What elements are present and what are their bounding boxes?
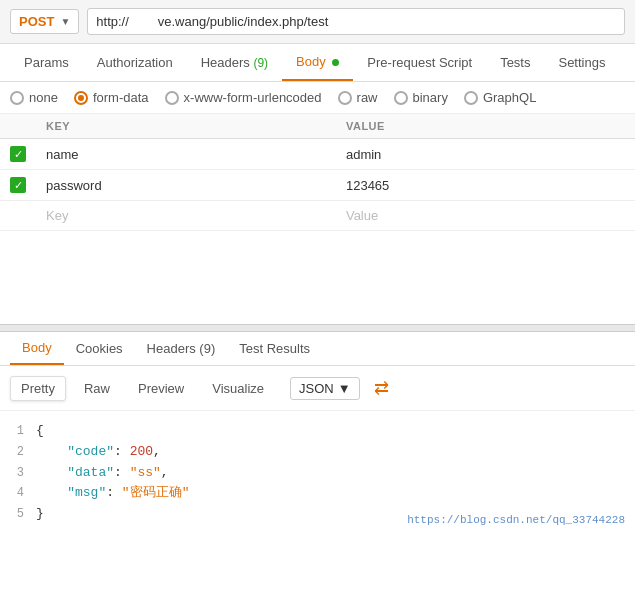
tab-pre-request[interactable]: Pre-request Script — [353, 45, 486, 80]
response-tabs: Body Cookies Headers (9) Test Results — [0, 332, 635, 366]
row-key-0[interactable]: name — [36, 139, 336, 170]
tab-headers[interactable]: Headers (9) — [187, 45, 282, 80]
line-num-4: 4 — [0, 484, 36, 503]
tab-body[interactable]: Body — [282, 44, 353, 81]
request-area: KEY VALUE name admin password 123465 Key… — [0, 114, 635, 314]
format-tab-raw[interactable]: Raw — [74, 377, 120, 400]
url-bar: POST ▼ — [0, 0, 635, 44]
method-chevron-icon: ▼ — [60, 16, 70, 27]
table-row: name admin — [0, 139, 635, 170]
headers-badge: (9) — [253, 56, 268, 70]
line-num-5: 5 — [0, 505, 36, 524]
th-key: KEY — [36, 114, 336, 139]
radio-binary-circle — [394, 91, 408, 105]
line-num-1: 1 — [0, 422, 36, 441]
placeholder-key[interactable]: Key — [36, 201, 336, 231]
radio-binary[interactable]: binary — [394, 90, 448, 105]
line-content-2: "code": 200, — [36, 442, 635, 463]
tab-tests[interactable]: Tests — [486, 45, 544, 80]
json-chevron-icon: ▼ — [338, 381, 351, 396]
line-num-2: 2 — [0, 443, 36, 462]
body-type-row: none form-data x-www-form-urlencoded raw… — [0, 82, 635, 114]
radio-raw-circle — [338, 91, 352, 105]
code-line-1: 1 { — [0, 421, 635, 442]
th-checkbox — [0, 114, 36, 139]
table-header-row: KEY VALUE — [0, 114, 635, 139]
placeholder-value[interactable]: Value — [336, 201, 635, 231]
radio-urlencoded[interactable]: x-www-form-urlencoded — [165, 90, 322, 105]
line-num-3: 3 — [0, 464, 36, 483]
radio-form-data[interactable]: form-data — [74, 90, 149, 105]
line-content-1: { — [36, 421, 635, 442]
top-tabs: Params Authorization Headers (9) Body Pr… — [0, 44, 635, 82]
method-label: POST — [19, 14, 54, 29]
radio-graphql-circle — [464, 91, 478, 105]
code-line-3: 3 "data": "ss", — [0, 463, 635, 484]
code-line-2: 2 "code": 200, — [0, 442, 635, 463]
radio-none-circle — [10, 91, 24, 105]
radio-urlencoded-circle — [165, 91, 179, 105]
radio-raw[interactable]: raw — [338, 90, 378, 105]
row-checkbox-0[interactable] — [10, 146, 26, 162]
url-input[interactable] — [87, 8, 625, 35]
body-dot — [332, 59, 339, 66]
radio-none[interactable]: none — [10, 90, 58, 105]
json-format-select[interactable]: JSON ▼ — [290, 377, 360, 400]
format-tab-visualize[interactable]: Visualize — [202, 377, 274, 400]
format-tab-preview[interactable]: Preview — [128, 377, 194, 400]
row-value-1[interactable]: 123465 — [336, 170, 635, 201]
code-area: 1 { 2 "code": 200, 3 "data": "ss", 4 "ms… — [0, 411, 635, 535]
line-content-4: "msg": "密码正确" — [36, 483, 635, 504]
format-row: Pretty Raw Preview Visualize JSON ▼ ⇄ — [0, 366, 635, 411]
line-content-3: "data": "ss", — [36, 463, 635, 484]
response-tab-test-results[interactable]: Test Results — [227, 333, 322, 364]
row-key-1[interactable]: password — [36, 170, 336, 201]
watermark: https://blog.csdn.net/qq_33744228 — [407, 512, 625, 530]
response-tab-headers[interactable]: Headers (9) — [135, 333, 228, 364]
tab-authorization[interactable]: Authorization — [83, 45, 187, 80]
format-tab-pretty[interactable]: Pretty — [10, 376, 66, 401]
radio-form-data-circle — [74, 91, 88, 105]
kv-table: KEY VALUE name admin password 123465 Key… — [0, 114, 635, 231]
tab-settings[interactable]: Settings — [544, 45, 619, 80]
response-separator — [0, 324, 635, 332]
response-tab-cookies[interactable]: Cookies — [64, 333, 135, 364]
table-placeholder-row: Key Value — [0, 201, 635, 231]
method-select[interactable]: POST ▼ — [10, 9, 79, 34]
response-tab-body[interactable]: Body — [10, 332, 64, 365]
radio-graphql[interactable]: GraphQL — [464, 90, 536, 105]
tab-params[interactable]: Params — [10, 45, 83, 80]
row-checkbox-1[interactable] — [10, 177, 26, 193]
table-row: password 123465 — [0, 170, 635, 201]
wrap-icon[interactable]: ⇄ — [368, 374, 396, 402]
row-value-0[interactable]: admin — [336, 139, 635, 170]
th-value: VALUE — [336, 114, 635, 139]
code-line-4: 4 "msg": "密码正确" — [0, 483, 635, 504]
